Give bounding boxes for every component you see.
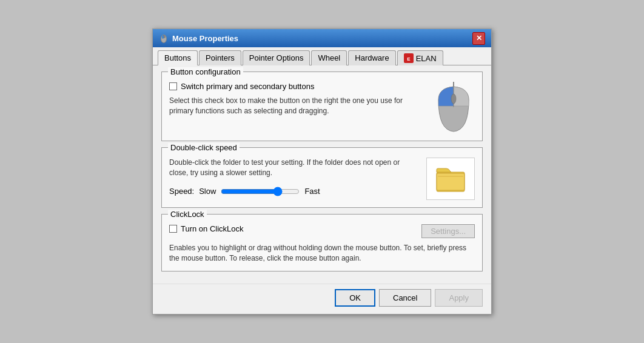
tab-elan[interactable]: E ELAN (397, 50, 443, 65)
speed-slider[interactable] (221, 187, 300, 196)
ok-button[interactable]: OK (335, 289, 375, 307)
clicklock-title: ClickLock (168, 210, 207, 219)
svg-point-8 (451, 94, 456, 104)
button-config-title: Button configuration (168, 67, 243, 76)
tab-pointers[interactable]: Pointers (199, 50, 241, 65)
close-button[interactable]: ✕ (472, 32, 485, 45)
clicklock-section: ClickLock Turn on ClickLock Settings... … (161, 214, 483, 271)
button-config-text: Switch primary and secondary buttons Sel… (169, 82, 432, 116)
svg-text:E: E (407, 56, 411, 62)
fast-label: Fast (304, 187, 320, 196)
dialog-footer: OK Cancel Apply (153, 284, 491, 314)
button-config-section: Button configuration Switch primary and … (161, 72, 483, 141)
svg-point-4 (162, 35, 164, 39)
tab-bar: Buttons Pointers Pointer Options Wheel H… (153, 47, 491, 65)
speed-label: Speed: (169, 187, 194, 196)
settings-button[interactable]: Settings... (421, 224, 475, 238)
folder-test-area[interactable] (426, 158, 475, 200)
clicklock-left: Turn on ClickLock (169, 224, 421, 238)
double-click-text: Double-click the folder to test your set… (169, 158, 426, 196)
clicklock-body: Turn on ClickLock Settings... Enables yo… (169, 224, 475, 264)
cancel-button[interactable]: Cancel (379, 289, 431, 307)
clicklock-checkbox[interactable] (169, 225, 177, 233)
tab-pointer-options[interactable]: Pointer Options (243, 50, 310, 65)
folder-icon (435, 164, 466, 194)
apply-button[interactable]: Apply (435, 289, 483, 307)
double-click-body: Double-click the folder to test your set… (169, 158, 475, 200)
dialog-icon (159, 33, 169, 43)
clicklock-label: Turn on ClickLock (181, 224, 244, 233)
svg-rect-11 (438, 176, 463, 177)
tab-hardware[interactable]: Hardware (348, 50, 395, 65)
tab-elan-label: ELAN (416, 54, 437, 63)
double-click-title: Double-click speed (168, 143, 240, 152)
switch-buttons-row: Switch primary and secondary buttons (169, 82, 426, 91)
switch-buttons-label: Switch primary and secondary buttons (181, 82, 314, 91)
title-bar: Mouse Properties ✕ (153, 29, 491, 47)
clicklock-inner: Turn on ClickLock Settings... (169, 224, 475, 238)
tab-wheel[interactable]: Wheel (311, 50, 347, 65)
button-config-desc: Select this check box to make the button… (169, 96, 426, 116)
mouse-illustration (432, 82, 475, 133)
switch-buttons-checkbox[interactable] (169, 82, 177, 90)
dialog-content: Button configuration Switch primary and … (153, 65, 491, 284)
elan-icon: E (404, 53, 414, 63)
speed-row: Speed: Slow Fast (169, 187, 420, 196)
clicklock-desc: Enables you to highlight or drag without… (169, 243, 475, 264)
mouse-properties-dialog: Mouse Properties ✕ Buttons Pointers Poin… (152, 28, 492, 315)
clicklock-checkbox-row: Turn on ClickLock (169, 224, 421, 233)
title-bar-left: Mouse Properties (159, 33, 238, 43)
double-click-inner: Double-click the folder to test your set… (169, 158, 475, 200)
tab-buttons[interactable]: Buttons (158, 50, 198, 65)
button-config-body: Switch primary and secondary buttons Sel… (169, 82, 475, 133)
double-click-section: Double-click speed Double-click the fold… (161, 147, 483, 208)
double-click-desc: Double-click the folder to test your set… (169, 158, 420, 178)
dialog-title: Mouse Properties (172, 34, 238, 43)
slow-label: Slow (199, 187, 216, 196)
button-config-inner: Switch primary and secondary buttons Sel… (169, 82, 475, 133)
